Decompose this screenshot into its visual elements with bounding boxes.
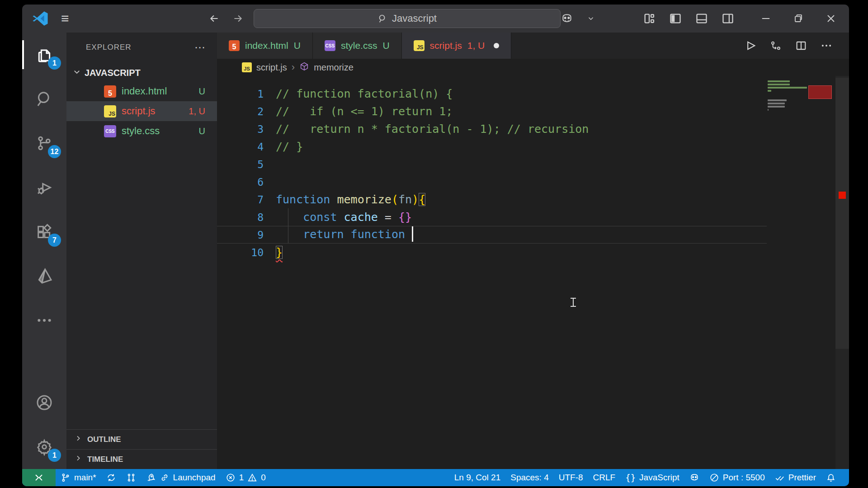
file-row-index.html[interactable]: 5index.htmlU <box>66 81 217 101</box>
run-debug-icon <box>35 178 53 197</box>
more-actions-icon[interactable] <box>820 39 833 52</box>
code-editor[interactable]: 1// function factorial(n) {2// if (n <= … <box>217 76 849 469</box>
vscode-window: ≡ Javascript <box>22 5 849 486</box>
file-name: script.js <box>122 105 189 117</box>
customize-layout-icon[interactable] <box>643 12 656 25</box>
activity-prism-button[interactable] <box>22 254 66 298</box>
file-row-script.js[interactable]: JSscript.js1, U <box>66 101 217 121</box>
status-language[interactable]: {}JavaScript <box>620 473 684 483</box>
status-cursor-position[interactable]: Ln 9, Col 21 <box>449 473 505 483</box>
code-line-1[interactable]: 1// function factorial(n) { <box>217 85 767 103</box>
status-label: Spaces: 4 <box>510 473 549 483</box>
code-line-2[interactable]: 2// if (n <= 1) return 1; <box>217 103 767 120</box>
code-line-4[interactable]: 4// } <box>217 138 767 155</box>
status-copilot[interactable] <box>684 473 704 483</box>
status-problems[interactable]: 10 <box>221 469 271 486</box>
activity-explorer-button[interactable]: 1 <box>22 33 66 77</box>
tab-style.css[interactable]: CSSstyle.cssU <box>313 33 402 59</box>
overview-ruler-error-marker <box>839 192 846 199</box>
activity-account-button[interactable] <box>22 380 66 425</box>
code-token <box>330 193 337 206</box>
status-eol[interactable]: CRLF <box>588 473 621 483</box>
overview-ruler[interactable] <box>835 76 849 469</box>
open-changes-icon[interactable] <box>769 39 782 52</box>
status-git-compare[interactable] <box>121 469 141 486</box>
status-indentation[interactable]: Spaces: 4 <box>505 473 554 483</box>
copilot-icon[interactable] <box>561 12 573 25</box>
badge: 7 <box>48 234 61 247</box>
code-line-8[interactable]: 8 const cache = {} <box>217 208 767 226</box>
modified-dot-icon[interactable] <box>494 43 499 48</box>
line-text: const cache = {} <box>276 211 412 224</box>
status-prettier[interactable]: Prettier <box>770 473 821 483</box>
breadcrumb[interactable]: JS script.js › memorize <box>217 59 849 76</box>
status-notifications[interactable] <box>821 473 841 483</box>
chevron-down-icon[interactable] <box>587 12 595 25</box>
code-line-9[interactable]: 9 return function <box>217 226 767 244</box>
tab-git-decoration: U <box>382 40 389 51</box>
status-launchpad[interactable]: Launchpad <box>141 469 221 486</box>
section-outline[interactable]: OUTLINE <box>66 429 217 449</box>
activity-search-button[interactable] <box>22 77 66 121</box>
search-icon <box>35 90 53 108</box>
status-port[interactable]: Port : 5500 <box>704 473 770 483</box>
status-label: main* <box>74 473 96 483</box>
status-label: JavaScript <box>639 473 679 483</box>
code-line-3[interactable]: 3// return n * factorial(n - 1); // recu… <box>217 120 767 138</box>
breadcrumb-symbol[interactable]: memorize <box>314 62 354 73</box>
code-line-5[interactable]: 5 <box>217 155 767 173</box>
minimap[interactable] <box>768 80 834 112</box>
code-line-10[interactable]: 10} <box>217 244 767 261</box>
status-branch[interactable]: main* <box>56 469 101 486</box>
css-file-icon: CSS <box>325 40 335 51</box>
status-label: Prettier <box>788 473 816 483</box>
back-arrow-icon[interactable] <box>208 13 220 24</box>
code-line-6[interactable]: 6 <box>217 173 767 191</box>
run-icon[interactable] <box>744 39 757 52</box>
activity-source-control-button[interactable]: 12 <box>22 121 66 165</box>
status-encoding[interactable]: UTF-8 <box>554 473 588 483</box>
toggle-panel-icon[interactable] <box>695 12 708 25</box>
tab-script.js[interactable]: JSscript.js1, U <box>402 33 512 59</box>
explorer-more-actions-icon[interactable]: ⋯ <box>194 41 206 54</box>
activity-run-debug-button[interactable] <box>22 165 66 210</box>
code-line-7[interactable]: 7function memorize(fn){ <box>217 191 767 208</box>
menu-icon[interactable]: ≡ <box>61 12 69 25</box>
activity-extensions-button[interactable]: 7 <box>22 210 66 254</box>
code-token: // } <box>276 140 303 153</box>
tab-index.html[interactable]: 5index.htmlU <box>217 33 313 59</box>
badge: 1 <box>48 449 61 462</box>
remote-indicator[interactable] <box>22 469 56 486</box>
git-decoration: U <box>199 126 205 136</box>
activity-more-button[interactable] <box>22 298 66 343</box>
text-cursor <box>412 226 413 242</box>
more-icon <box>35 311 53 329</box>
command-center-search[interactable]: Javascript <box>254 9 561 28</box>
folder-row-javascript[interactable]: JAVASCRIPT <box>66 64 217 81</box>
activity-settings-button[interactable]: 1 <box>22 425 66 469</box>
symbol-namespace-icon <box>299 61 309 74</box>
tab-label: index.html <box>245 40 288 51</box>
scrollbar-slider[interactable] <box>835 78 849 349</box>
toggle-primary-sidebar-icon[interactable] <box>669 12 682 25</box>
vscode-logo-icon <box>32 10 48 27</box>
split-editor-icon[interactable] <box>795 39 807 52</box>
code-token: memorize <box>337 193 391 206</box>
toggle-secondary-sidebar-icon[interactable] <box>722 12 734 25</box>
forward-arrow-icon[interactable] <box>232 13 244 24</box>
code-token: // function factorial(n) { <box>276 87 453 100</box>
line-text: // return n * factorial(n - 1); // recur… <box>276 122 589 136</box>
code-token <box>405 228 412 241</box>
warning-icon <box>247 473 257 483</box>
file-row-style.css[interactable]: CSSstyle.cssU <box>66 121 217 141</box>
restore-icon[interactable] <box>792 12 805 25</box>
minimize-icon[interactable] <box>760 12 772 25</box>
close-icon[interactable] <box>825 12 837 25</box>
double-check-icon <box>775 473 785 483</box>
link-icon <box>160 473 170 483</box>
breadcrumb-file[interactable]: script.js <box>256 62 287 73</box>
badge: 12 <box>48 145 61 158</box>
git-decoration: 1, U <box>189 106 205 117</box>
status-sync[interactable] <box>101 469 121 486</box>
section-timeline[interactable]: TIMELINE <box>66 449 217 469</box>
